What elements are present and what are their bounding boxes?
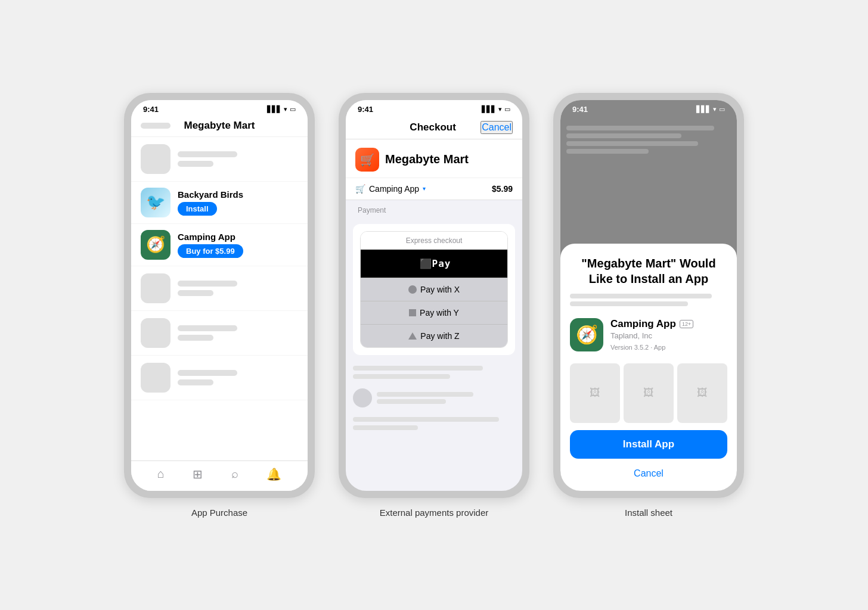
placeholder-line-short-4 [178, 379, 213, 385]
backyard-birds-info: Backyard Birds Install [178, 189, 298, 216]
screenshot-3: 🖼 [677, 363, 727, 423]
age-rating-badge: 12+ [680, 320, 693, 328]
cancel-install-button[interactable]: Cancel [570, 466, 727, 481]
behind-line-1 [566, 126, 714, 130]
behind-line-4 [566, 149, 649, 154]
status-bar-1: 9:41 ▋▋▋ ▾ ▭ [131, 100, 308, 116]
placeholder-line-long-1 [178, 151, 237, 157]
modal-overlay: "Megabyte Mart" Would Like to Install an… [560, 116, 737, 491]
ph-line-6 [353, 425, 418, 430]
placeholder-line-short-3 [178, 335, 213, 341]
nav-title-1: Megabyte Mart [170, 120, 268, 132]
ph-line-1 [353, 366, 483, 371]
megabyte-mart-icon: 🛒 [355, 148, 379, 172]
phone-label-2: External payments provider [380, 508, 489, 518]
checkout-nav: Checkout Cancel [346, 116, 522, 139]
pay-with-z-button[interactable]: Pay with Z [361, 324, 507, 347]
cart-icon: 🛒 [355, 184, 365, 194]
install-app-name: Camping App [610, 318, 676, 330]
install-ph-lines [570, 294, 727, 306]
camping-app-name: Camping App [178, 232, 298, 242]
placeholder-line-long-2 [178, 281, 237, 287]
install-app-button[interactable]: Install App [570, 430, 727, 459]
behind-placeholders [566, 126, 731, 154]
cart-item-name: Camping App [369, 184, 419, 194]
phone-checkout: 9:41 ▋▋▋ ▾ ▭ Checkout Cancel 🛒 Meg [339, 93, 529, 498]
app-item-backyard-birds: 🐦 Backyard Birds Install [131, 182, 308, 224]
ph-line-5 [353, 417, 499, 422]
status-icons-1: ▋▋▋ ▾ ▭ [267, 105, 296, 113]
triangle-icon [408, 332, 417, 340]
cancel-button-checkout[interactable]: Cancel [480, 121, 513, 134]
pay-z-label: Pay with Z [420, 331, 459, 341]
placeholder-text-1 [178, 151, 237, 167]
install-title-line2: Like to Install an App [589, 272, 708, 285]
placeholder-line-short-2 [178, 290, 213, 296]
install-ph-line-2 [570, 301, 688, 306]
checkout-header: 🛒 Megabyte Mart [346, 139, 522, 178]
app-item-camping: 🧭 Camping App Buy for $5.99 [131, 224, 308, 266]
payment-section: Express checkout ⬛Pay Pay with X Pay wit… [353, 224, 515, 355]
wifi-icon-2: ▾ [498, 105, 502, 113]
placeholder-line-long-3 [178, 325, 237, 331]
apple-pay-button[interactable]: ⬛Pay [361, 250, 507, 278]
install-sheet: "Megabyte Mart" Would Like to Install an… [560, 244, 737, 491]
pay-with-y-button[interactable]: Pay with Y [361, 301, 507, 324]
home-icon[interactable]: ⌂ [157, 467, 165, 481]
camping-app-info: Camping App Buy for $5.99 [178, 232, 298, 258]
library-icon[interactable]: ⊞ [193, 467, 203, 481]
express-checkout-box: Express checkout ⬛Pay Pay with X Pay wit… [360, 231, 508, 348]
placeholder-icon-3 [141, 318, 170, 348]
ph-line-3 [377, 392, 473, 397]
status-icons-2: ▋▋▋ ▾ ▭ [482, 105, 510, 113]
buy-button-camping[interactable]: Buy for $5.99 [178, 244, 243, 258]
circle-icon [408, 285, 417, 294]
checkout-ph-row [346, 385, 522, 411]
cart-row: 🛒 Camping App ▾ $5.99 [346, 178, 522, 200]
install-title-line1: "Megabyte Mart" Would [581, 257, 715, 270]
status-time-3: 9:41 [572, 105, 588, 114]
checkout-placeholders-2 [346, 411, 522, 436]
ph-line-2 [353, 374, 450, 379]
wifi-icon: ▾ [284, 105, 287, 113]
battery-icon-2: ▭ [504, 105, 510, 113]
store-name: Megabyte Mart [385, 152, 469, 166]
bottom-nav: ⌂ ⊞ ⌕ 🔔 [131, 460, 308, 491]
backyard-birds-icon: 🐦 [141, 188, 170, 217]
install-app-version: Version 3.5.2 · App [610, 344, 727, 351]
pay-with-x-button[interactable]: Pay with X [361, 278, 507, 301]
screenshot-2: 🖼 [624, 363, 674, 423]
phone-section-checkout: 9:41 ▋▋▋ ▾ ▭ Checkout Cancel 🛒 Meg [339, 93, 529, 518]
battery-icon-3: ▭ [719, 105, 725, 113]
payment-label: Payment [355, 206, 513, 214]
behind-line-3 [566, 141, 698, 146]
install-dialog-title: "Megabyte Mart" Would Like to Install an… [570, 256, 727, 287]
bell-icon[interactable]: 🔔 [266, 467, 281, 481]
checkout-title: Checkout [410, 122, 455, 133]
placeholder-icon-4 [141, 363, 170, 393]
cart-item: 🛒 Camping App ▾ [355, 184, 426, 194]
placeholder-icon-2 [141, 273, 170, 303]
nav-bar-1: Megabyte Mart [131, 116, 308, 137]
phone-screen-2: 9:41 ▋▋▋ ▾ ▭ Checkout Cancel 🛒 Meg [346, 100, 522, 491]
placeholder-item-4 [131, 356, 308, 400]
placeholder-item-3 [131, 311, 308, 356]
phone-screen-3: 9:41 ▋▋▋ ▾ ▭ [560, 100, 737, 491]
screenshot-1: 🖼 [570, 363, 620, 423]
install-button-backyard[interactable]: Install [178, 202, 217, 216]
search-icon[interactable]: ⌕ [231, 467, 238, 481]
placeholder-text-2 [178, 281, 237, 296]
ph-avatar [353, 388, 372, 407]
phone-app-purchase: 9:41 ▋▋▋ ▾ ▭ Megabyte Mart [124, 93, 315, 498]
behind-line-2 [566, 133, 681, 138]
placeholder-icon-1 [141, 144, 170, 174]
signal-icon-3: ▋▋▋ [696, 105, 711, 113]
status-bar-3: 9:41 ▋▋▋ ▾ ▭ [560, 100, 737, 116]
phone-install: 9:41 ▋▋▋ ▾ ▭ [553, 93, 744, 498]
phone-screen-1: 9:41 ▋▋▋ ▾ ▭ Megabyte Mart [131, 100, 308, 491]
install-behind-content [560, 121, 737, 244]
main-container: 9:41 ▋▋▋ ▾ ▭ Megabyte Mart [124, 93, 744, 518]
pay-x-label: Pay with X [420, 285, 460, 294]
status-time-2: 9:41 [358, 105, 373, 114]
placeholder-line-short-1 [178, 161, 213, 167]
